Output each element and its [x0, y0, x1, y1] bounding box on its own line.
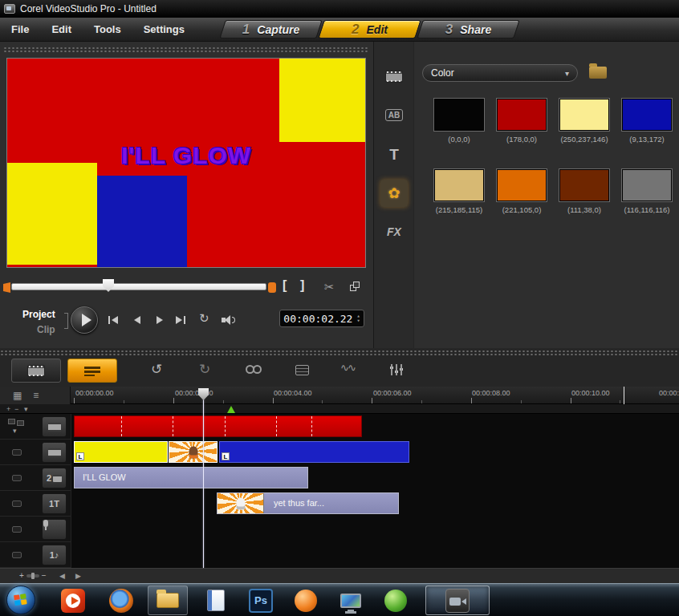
music-track-lane[interactable] [71, 542, 679, 568]
end-button[interactable] [172, 314, 189, 326]
color-swatch[interactable] [559, 98, 610, 132]
voice-track-icon[interactable] [42, 519, 67, 540]
timecode-spinner[interactable]: ▴ ▾ [356, 314, 360, 323]
track-lock-icon[interactable] [12, 500, 22, 507]
track-list-icon[interactable]: ≡ [33, 390, 39, 401]
home-button[interactable] [104, 314, 122, 326]
track-lock-icon[interactable] [12, 526, 22, 533]
track-lock-icon[interactable] [12, 552, 22, 558]
preview-drag-handle[interactable] [3, 47, 368, 52]
prev-frame-button[interactable] [128, 314, 146, 326]
preview-rect-yellow-bottomleft [7, 163, 97, 265]
chapter-marker-icon[interactable] [227, 406, 235, 413]
clip-mode-label[interactable]: Clip [37, 324, 55, 335]
mark-in-button[interactable]: [ [283, 279, 287, 292]
video-color-clip[interactable] [74, 415, 362, 437]
volume-button[interactable] [222, 314, 237, 326]
tab-edit[interactable]: 2 Edit [321, 20, 418, 38]
enlarge-preview-button[interactable] [350, 282, 361, 292]
taskbar-videostudio-window[interactable] [425, 586, 490, 615]
transition-library-icon[interactable]: AB [380, 101, 408, 128]
title-clip-ill-glow[interactable]: I'LL GLOW [74, 467, 308, 488]
taskbar-green-orb-icon[interactable] [376, 586, 416, 615]
color-swatch[interactable] [433, 168, 485, 202]
menu-tools[interactable]: Tools [83, 18, 132, 41]
menu-file[interactable]: File [0, 18, 40, 41]
zoom-out-icon[interactable]: − [42, 571, 47, 580]
library-folder-icon[interactable] [589, 67, 607, 79]
track-visibility-icon[interactable] [8, 419, 27, 427]
batch-convert-icon[interactable] [295, 365, 309, 375]
scroll-left-button[interactable]: ◀ [59, 572, 65, 580]
repeat-button[interactable]: ↻ [199, 311, 209, 326]
track-lock-icon[interactable] [12, 475, 22, 481]
taskbar-media-player-icon[interactable] [53, 586, 93, 615]
taskbar-firefox-icon[interactable] [101, 586, 141, 615]
clip-thumbnail-figure [189, 446, 197, 458]
menu-settings[interactable]: Settings [132, 18, 196, 41]
yellow-color-clip[interactable]: L [74, 441, 168, 463]
sound-mixer-icon[interactable] [390, 364, 404, 375]
record-options-icon[interactable] [246, 365, 262, 374]
scroll-right-button[interactable]: ▶ [75, 572, 81, 580]
zoom-control[interactable]: + − [19, 571, 47, 580]
redo-button[interactable]: ↻ [199, 361, 210, 378]
video-track-icon[interactable] [42, 416, 67, 437]
timeline-view-button[interactable] [67, 359, 117, 383]
color-swatch[interactable] [621, 98, 673, 132]
storyboard-view-button[interactable] [11, 359, 61, 383]
blue-color-clip[interactable]: L [219, 441, 409, 463]
project-mode-label[interactable]: Project [22, 309, 55, 320]
track-manager-icon[interactable]: ▦ [13, 390, 22, 401]
title-track-icon[interactable]: 1T [42, 493, 67, 514]
start-button[interactable] [6, 586, 35, 614]
playhead[interactable] [203, 397, 204, 568]
taskbar-journal-icon[interactable] [196, 586, 236, 615]
ruler-tick [372, 398, 372, 403]
color-swatch[interactable] [433, 98, 485, 132]
timeline-drag-handle[interactable] [0, 350, 679, 355]
trim-handle-right[interactable] [268, 282, 276, 293]
taskbar-screen-capture-icon[interactable] [331, 586, 371, 615]
media-library-icon[interactable] [380, 63, 408, 90]
play-button[interactable] [71, 306, 98, 334]
graphic-library-icon[interactable]: ✿ [380, 180, 408, 207]
audio-wave-icon[interactable]: ∿∿ [340, 362, 355, 374]
scrubber-track[interactable] [11, 283, 266, 290]
overlay2-track-icon[interactable]: 2 [42, 468, 67, 488]
zoom-slider[interactable] [26, 574, 39, 578]
remove-track-button[interactable]: − [14, 404, 18, 414]
timecode-display[interactable]: 00:00:02.22 ▴ ▾ [279, 310, 364, 327]
tab-share[interactable]: 3 Share [420, 20, 517, 38]
trim-handle-left[interactable] [3, 282, 10, 293]
timeline-ruler[interactable]: 00:00:00.00 00:00:02.00 00:00:04.00 00:0… [0, 387, 679, 404]
track-lock-icon[interactable] [12, 449, 22, 456]
color-swatch[interactable] [559, 168, 610, 202]
undo-button[interactable]: ↺ [151, 361, 162, 378]
title-library-icon[interactable]: T [380, 141, 408, 168]
taskbar-folder-window[interactable] [148, 586, 188, 615]
zoom-in-icon[interactable]: + [19, 571, 24, 580]
tab-capture[interactable]: 1 Capture [222, 20, 319, 38]
track-chevron-icon[interactable]: ▾ [13, 427, 17, 435]
taskbar-photoshop-icon[interactable]: Ps [241, 586, 281, 615]
add-track-button[interactable]: + [6, 404, 10, 414]
filter-library-icon[interactable]: FX [380, 218, 408, 245]
spin-down-icon[interactable]: ▾ [356, 318, 360, 323]
preview-rect-yellow-topright [279, 59, 366, 142]
color-swatch[interactable] [496, 168, 547, 202]
next-frame-button[interactable] [151, 314, 169, 326]
color-swatch[interactable] [621, 168, 673, 202]
taskbar-orange-sphere-icon[interactable] [286, 586, 326, 615]
voice-track-lane[interactable] [71, 517, 679, 542]
overlay-track-icon[interactable] [42, 442, 67, 463]
track-options-chevron-icon[interactable]: ▾ [24, 404, 28, 414]
split-clip-button[interactable]: ✂ [324, 280, 335, 294]
gallery-dropdown[interactable]: Color ▾ [422, 64, 578, 82]
image-overlay-clip[interactable] [169, 441, 218, 463]
music-track-icon[interactable]: 1♪ [42, 545, 67, 565]
mark-out-button[interactable]: ] [300, 279, 304, 292]
color-swatch[interactable] [496, 98, 547, 132]
menu-edit[interactable]: Edit [40, 18, 83, 41]
title-clip-yet-thus-far[interactable]: yet thus far... [217, 492, 399, 514]
